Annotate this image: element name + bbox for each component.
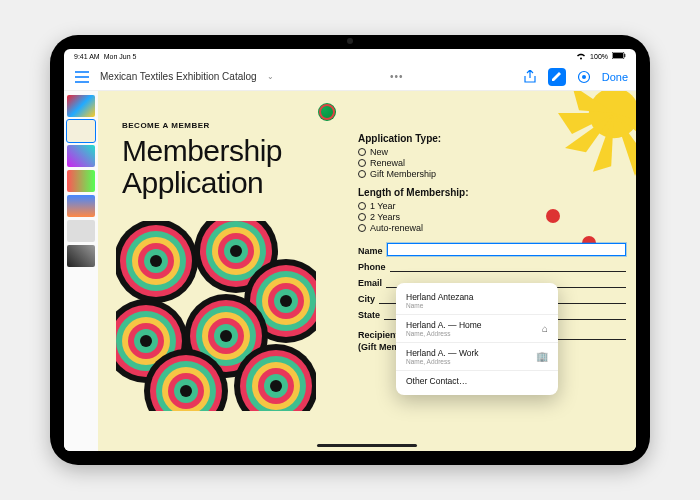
radio-option[interactable]: 1 Year: [358, 201, 626, 211]
field-label-city: City: [358, 294, 375, 304]
wifi-icon: [576, 52, 586, 61]
radio-option[interactable]: 2 Years: [358, 212, 626, 222]
home-icon: ⌂: [542, 323, 548, 334]
ipad-frame: 9:41 AM Mon Jun 5 100% Mexican Textiles …: [50, 35, 650, 465]
building-icon: 🏢: [536, 351, 548, 362]
field-label-phone: Phone: [358, 262, 386, 272]
page-thumbnail[interactable]: [67, 120, 95, 142]
radio-icon: [358, 148, 366, 156]
headline-line: Application: [122, 166, 263, 199]
length-label: Length of Membership:: [358, 187, 626, 198]
page-thumbnail[interactable]: [67, 170, 95, 192]
radio-icon: [358, 170, 366, 178]
svg-rect-1: [613, 53, 623, 58]
status-bar: 9:41 AM Mon Jun 5 100%: [64, 49, 636, 63]
toolbar: Mexican Textiles Exhibition Catalog ⌄ ••…: [64, 63, 636, 91]
front-camera: [347, 38, 353, 44]
status-time: 9:41 AM: [74, 53, 100, 60]
document-title[interactable]: Mexican Textiles Exhibition Catalog: [100, 71, 257, 82]
name-input[interactable]: [387, 243, 626, 256]
radio-option[interactable]: New: [358, 147, 626, 157]
page-thumbnail[interactable]: [67, 145, 95, 167]
radio-icon: [358, 213, 366, 221]
decorative-spiral-art: [116, 221, 316, 411]
battery-icon: [612, 52, 626, 60]
done-button[interactable]: Done: [602, 71, 628, 83]
app-type-label: Application Type:: [358, 133, 626, 144]
radio-option[interactable]: Renewal: [358, 158, 626, 168]
radio-icon: [358, 159, 366, 167]
autofill-other-contact[interactable]: Other Contact…: [396, 371, 558, 391]
document-page: BECOME A MEMBER Membership Application: [98, 91, 636, 451]
autofill-suggestion[interactable]: Herland Antezana Name: [396, 287, 558, 315]
status-date: Mon Jun 5: [104, 53, 137, 60]
content-area: BECOME A MEMBER Membership Application: [64, 91, 636, 451]
decorative-orb: [318, 103, 336, 121]
share-icon[interactable]: [520, 67, 540, 87]
autofill-popover: Herland Antezana Name Herland A. — Home …: [396, 283, 558, 395]
radio-option[interactable]: Auto-renewal: [358, 223, 626, 233]
multitask-dots-icon[interactable]: •••: [390, 71, 404, 82]
page-thumbnail[interactable]: [67, 220, 95, 242]
radio-icon: [358, 202, 366, 210]
chevron-down-icon[interactable]: ⌄: [267, 72, 274, 81]
redact-circle-icon[interactable]: [574, 67, 594, 87]
home-indicator[interactable]: [317, 444, 417, 447]
radio-option[interactable]: Gift Membership: [358, 169, 626, 179]
sidebar-toggle-icon[interactable]: [72, 67, 92, 87]
page-thumbnail[interactable]: [67, 195, 95, 217]
autofill-suggestion[interactable]: Herland A. — Work Name, Address 🏢: [396, 343, 558, 371]
autofill-suggestion[interactable]: Herland A. — Home Name, Address ⌂: [396, 315, 558, 343]
battery-label: 100%: [590, 53, 608, 60]
headline-line: Membership: [122, 134, 282, 167]
svg-rect-2: [624, 54, 625, 57]
field-label-email: Email: [358, 278, 382, 288]
screen: 9:41 AM Mon Jun 5 100% Mexican Textiles …: [64, 49, 636, 451]
annotate-icon[interactable]: [548, 68, 566, 86]
field-label-state: State: [358, 310, 380, 320]
field-label-name: Name: [358, 246, 383, 256]
page-thumbnail[interactable]: [67, 245, 95, 267]
page-headline: Membership Application: [122, 135, 282, 198]
thumbnail-sidebar[interactable]: [64, 91, 98, 451]
text-field[interactable]: [390, 262, 626, 272]
kicker-text: BECOME A MEMBER: [122, 121, 210, 130]
radio-icon: [358, 224, 366, 232]
page-thumbnail[interactable]: [67, 95, 95, 117]
svg-point-4: [582, 75, 586, 79]
